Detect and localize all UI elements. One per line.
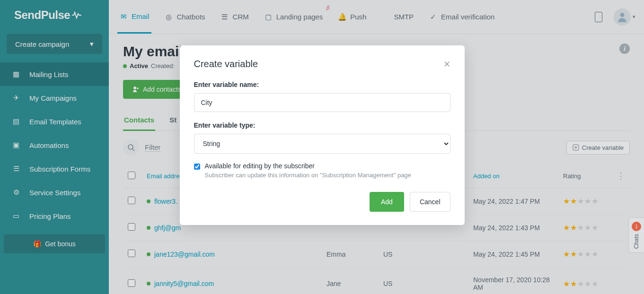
variable-name-input[interactable] xyxy=(194,93,450,112)
close-modal-button[interactable]: ✕ xyxy=(443,59,450,69)
editable-by-subscriber-checkbox[interactable] xyxy=(194,164,200,170)
variable-type-label: Enter variable type: xyxy=(194,121,450,129)
modal-add-button[interactable]: Add xyxy=(370,192,404,212)
editable-label: Available for editing by the subscriber xyxy=(205,162,411,170)
variable-name-label: Enter variable name: xyxy=(194,81,450,88)
editable-hint: Subscriber can update this information o… xyxy=(205,172,411,179)
modal-overlay: Create variable ✕ Enter variable name: E… xyxy=(0,0,644,294)
create-variable-modal: Create variable ✕ Enter variable name: E… xyxy=(180,45,465,225)
variable-type-select[interactable]: String xyxy=(194,134,450,154)
modal-cancel-button[interactable]: Cancel xyxy=(410,192,450,212)
modal-title: Create variable xyxy=(194,59,258,69)
